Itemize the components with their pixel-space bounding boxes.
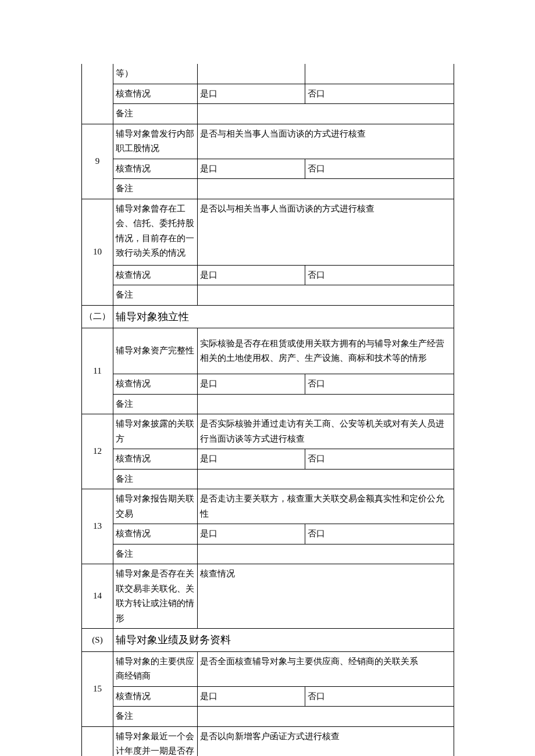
desc-cell: 是否全面核查辅导对象与主要供应商、经销商的关联关系 — [198, 651, 454, 686]
section-num: （二） — [82, 305, 113, 328]
yes-cell: 是口 — [198, 265, 305, 285]
check-label: 核查情况 — [113, 84, 198, 104]
note-cell — [198, 285, 454, 306]
note-cell — [198, 179, 454, 199]
checklist-table: 等） 核查情况 是口 否口 备注 9 辅导对象曾发行内部职工股情况 是否与相关当… — [81, 64, 454, 756]
num-cell: 12 — [82, 414, 113, 489]
desc-cell: 是否实际核验并通过走访有关工商、公安等机关或对有关人员进行当面访谈等方式进行核查 — [198, 414, 454, 449]
yes-cell: 是口 — [198, 374, 305, 395]
title-cell: 等） — [113, 64, 198, 84]
no-cell: 否口 — [305, 265, 454, 285]
table-row: 备注 — [82, 469, 454, 489]
note-label: 备注 — [113, 469, 198, 489]
no-cell: 否口 — [305, 686, 454, 707]
table-row: 备注 — [82, 104, 454, 124]
note-cell — [198, 469, 454, 489]
check-label: 核查情况 — [113, 524, 198, 544]
section-row: (S) 辅导对象业绩及财务资料 — [82, 629, 454, 652]
desc-cell: 是否以向新增客户函证方式进行核查 — [198, 726, 454, 756]
note-cell — [198, 544, 454, 564]
section-row: （二） 辅导对象独立性 — [82, 305, 454, 328]
no-cell: 否口 — [305, 524, 454, 544]
table-row: 核查情况 是口 否口 — [82, 449, 454, 470]
table-row: 15 辅导对象的主要供应商经销商 是否全面核查辅导对象与主要供应商、经销商的关联… — [82, 651, 454, 686]
num-cell: 16 — [82, 726, 113, 756]
note-label: 备注 — [113, 179, 198, 199]
table-row: 10 辅导对象曾存在工会、信托、委托持股情况，目前存在的一致行动关系的情况 是否… — [82, 199, 454, 265]
num-cell: 15 — [82, 651, 113, 726]
table-row: 12 辅导对象披露的关联方 是否实际核验并通过走访有关工商、公安等机关或对有关人… — [82, 414, 454, 449]
title-cell: 辅导对象资产完整性 — [113, 328, 198, 374]
section-title: 辅导对象独立性 — [113, 305, 454, 328]
desc-cell: 实际核验是否存在租赁或使用关联方拥有的与辅导对象生产经营相关的土地使用权、房产、… — [198, 328, 454, 374]
table-row: 等） — [82, 64, 454, 84]
title-cell: 辅导对象披露的关联方 — [113, 414, 198, 449]
table-row: 备注 — [82, 179, 454, 199]
no-cell: 否口 — [305, 84, 454, 104]
title-cell: 辅导对象的主要供应商经销商 — [113, 651, 198, 686]
num-cell: 10 — [82, 199, 113, 305]
table-row: 14 辅导对象是否存在关联交易非关联化、关联方转让或注销的情形 核查情况 — [82, 564, 454, 629]
num-cell: 13 — [82, 489, 113, 564]
yes-cell: 是口 — [198, 449, 305, 470]
section-title: 辅导对象业绩及财务资料 — [113, 629, 454, 652]
check-label: 核查情况 — [113, 159, 198, 179]
table-row: 备注 — [82, 544, 454, 564]
num-cell: 14 — [82, 564, 113, 629]
note-label: 备注 — [113, 394, 198, 414]
title-cell: 辅导对象报告期关联交易 — [113, 489, 198, 524]
note-label: 备注 — [113, 104, 198, 124]
no-cell: 否口 — [305, 159, 454, 179]
table-row: 核查情况 是口 否口 — [82, 265, 454, 285]
table-row: 核查情况 是口 否口 — [82, 159, 454, 179]
desc-cell: 核查情况 — [198, 564, 454, 629]
num-cell — [82, 64, 113, 84]
desc-cell: 是否以与相关当事人当面访谈的方式进行核查 — [198, 199, 454, 265]
check-label: 核查情况 — [113, 374, 198, 395]
check-label: 核查情况 — [113, 449, 198, 470]
check-label: 核查情况 — [113, 265, 198, 285]
no-cell: 否口 — [305, 449, 454, 470]
table-row: 备注 — [82, 707, 454, 727]
table-row: 13 辅导对象报告期关联交易 是否走访主要关联方，核查重大关联交易金额真实性和定… — [82, 489, 454, 524]
title-cell: 辅导对象曾存在工会、信托、委托持股情况，目前存在的一致行动关系的情况 — [113, 199, 198, 265]
desc-cell — [305, 64, 454, 84]
note-cell — [198, 707, 454, 727]
yes-cell: 是口 — [198, 524, 305, 544]
table-row: 核查情况 是口 否口 — [82, 84, 454, 104]
table-row: 9 辅导对象曾发行内部职工股情况 是否与相关当事人当面访谈的方式进行核查 — [82, 124, 454, 159]
no-cell: 否口 — [305, 374, 454, 395]
note-label: 备注 — [113, 707, 198, 727]
table-row: 核查情况 是口 否口 — [82, 524, 454, 544]
table-row: 核查情况 是口 否口 — [82, 374, 454, 395]
yes-cell: 是口 — [198, 686, 305, 707]
yes-cell: 是口 — [198, 159, 305, 179]
section-num: (S) — [82, 629, 113, 652]
desc-cell: 是否走访主要关联方，核查重大关联交易金额真实性和定价公允性 — [198, 489, 454, 524]
table-row: 备注 — [82, 394, 454, 414]
note-cell — [198, 394, 454, 414]
title-cell: 辅导对象曾发行内部职工股情况 — [113, 124, 198, 159]
check-label: 核查情况 — [113, 686, 198, 707]
table-row: 备注 — [82, 285, 454, 306]
note-label: 备注 — [113, 544, 198, 564]
note-cell — [198, 104, 454, 124]
table-row: 核查情况 是口 否口 — [82, 686, 454, 707]
title-cell: 辅导对象是否存在关联交易非关联化、关联方转让或注销的情形 — [113, 564, 198, 629]
note-label: 备注 — [113, 285, 198, 306]
table-row: 16 辅导对象最近一个会计年度并一期是否存在新增客户 是否以向新增客户函证方式进… — [82, 726, 454, 756]
desc-cell — [198, 64, 305, 84]
num-cell: 11 — [82, 328, 113, 414]
num-cell: 9 — [82, 124, 113, 199]
desc-cell: 是否与相关当事人当面访谈的方式进行核查 — [198, 124, 454, 159]
title-cell: 辅导对象最近一个会计年度并一期是否存在新增客户 — [113, 726, 198, 756]
yes-cell: 是口 — [198, 84, 305, 104]
table-row: 11 辅导对象资产完整性 实际核验是否存在租赁或使用关联方拥有的与辅导对象生产经… — [82, 328, 454, 374]
